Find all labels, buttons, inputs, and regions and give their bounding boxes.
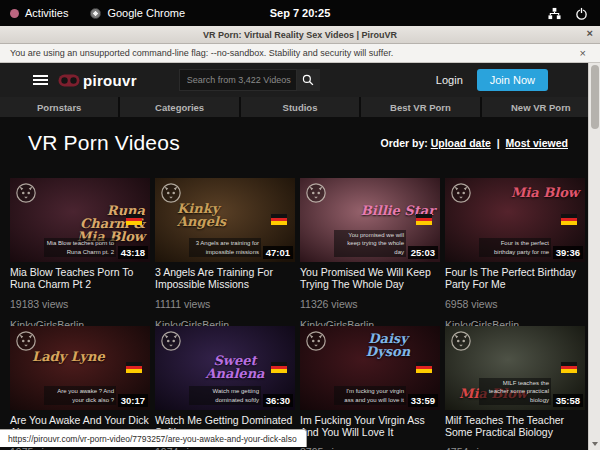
video-views: 4754 views [445, 446, 585, 450]
video-thumbnail[interactable]: Kinky Angels 3 Angels are training for i… [155, 178, 295, 262]
scrollbar[interactable] [588, 63, 600, 450]
scrollbar-thumb[interactable] [591, 65, 599, 129]
video-title[interactable]: Im Fucking Your Virgin Ass And You Will … [300, 415, 440, 439]
video-views: 8795 views [300, 446, 440, 450]
window-titlebar[interactable]: VR Porn: Virtual Reality Sex Videos | Pi… [0, 26, 600, 44]
video-title[interactable]: Four Is The Perfect Birthday Party For M… [445, 267, 585, 291]
studio-cat-watermark-icon [450, 330, 472, 352]
thumbnail-overlay-title: Kinky Angels [177, 202, 257, 228]
video-duration-badge: 36:30 [263, 394, 293, 407]
warning-text: You are using an unsupported command-lin… [0, 48, 393, 58]
video-thumbnail[interactable]: Billie Star You promised we will keep tr… [300, 178, 440, 262]
german-flag-icon [561, 214, 577, 225]
video-card[interactable]: Kinky Angels 3 Angels are training for i… [155, 178, 295, 326]
video-card[interactable]: Mia Blow Four is the perfect birthday pa… [445, 178, 585, 326]
video-duration-badge: 43:18 [118, 246, 148, 259]
video-duration-badge: 25:03 [408, 246, 438, 259]
nav-item-pornstars[interactable]: Pornstars [0, 97, 118, 117]
german-flag-icon [126, 362, 142, 373]
video-thumbnail[interactable]: Daisy Dyson I'm fucking your virgin ass … [300, 326, 440, 410]
chrome-warning-bar: You are using an unsupported command-lin… [0, 44, 600, 63]
status-url: https://pirouvr.com/vr-porn-video/779325… [8, 434, 297, 444]
thumbnail-caption: Four is the perfect birthday party for m… [479, 238, 551, 257]
order-by-label: Order by: [380, 137, 427, 149]
thumbnail-caption: 3 Angels are training for impossible mis… [189, 238, 261, 257]
scrollbar-down-arrow-icon[interactable] [592, 442, 598, 446]
video-thumbnail[interactable]: Sweet Analena Watch me getting dominated… [155, 326, 295, 410]
video-thumbnail[interactable]: Mia Blow MILF teaches the teacher some p… [445, 326, 585, 410]
nav-item-best-vr[interactable]: Best VR Porn [361, 97, 479, 117]
order-separator: | [497, 137, 500, 149]
video-duration-badge: 30:17 [118, 394, 148, 407]
join-now-button[interactable]: Join Now [477, 69, 548, 91]
thumbnail-overlay-title: Mia Blow [511, 186, 579, 199]
order-upload-date-link[interactable]: Upload date [431, 137, 491, 149]
studio-cat-watermark-icon [15, 182, 37, 204]
vr-goggles-icon [58, 74, 80, 87]
video-duration-badge: 33:59 [408, 394, 438, 407]
site-logo[interactable]: pirouvr [58, 72, 137, 89]
video-thumbnail[interactable]: Mia Blow Four is the perfect birthday pa… [445, 178, 585, 262]
nav-item-categories[interactable]: Categories [120, 97, 238, 117]
login-link[interactable]: Login [436, 74, 463, 86]
warning-close-icon[interactable]: × [580, 47, 600, 59]
video-card[interactable]: Mia Blow MILF teaches the teacher some p… [445, 326, 585, 450]
window-title: VR Porn: Virtual Reality Sex Videos | Pi… [203, 30, 397, 40]
nav-item-new-vr[interactable]: New VR Porn [482, 97, 600, 117]
search-input[interactable] [179, 69, 297, 91]
clock[interactable]: Sep 7 20:25 [0, 7, 600, 19]
german-flag-icon [561, 362, 577, 373]
order-by: Order by: Upload date | Most viewed [380, 137, 568, 149]
thumbnail-caption: Are you awake ? And your dick also ? [44, 386, 116, 405]
search-button[interactable] [297, 69, 320, 91]
video-card[interactable]: Daisy Dyson I'm fucking your virgin ass … [300, 326, 440, 450]
screen: Activities Google Chrome Sep 7 20:25 VR … [0, 0, 600, 450]
video-duration-badge: 35:58 [553, 394, 583, 407]
power-icon[interactable] [575, 7, 588, 20]
video-title[interactable]: Mia Blow Teaches Porn To Runa Charm Pt 2 [10, 267, 150, 291]
video-card[interactable]: Billie Star You promised we will keep tr… [300, 178, 440, 326]
german-flag-icon [271, 214, 287, 225]
video-views: 6958 views [445, 298, 585, 310]
studio-cat-watermark-icon [450, 182, 472, 204]
video-grid: Runa Charm & Mia Blow Mia Blow teaches p… [10, 178, 590, 450]
german-flag-icon [416, 362, 432, 373]
german-flag-icon [126, 214, 142, 225]
page-content: VR Porn Videos Order by: Upload date | M… [0, 117, 600, 450]
video-title[interactable]: 3 Angels Are Training For Impossible Mis… [155, 267, 295, 291]
nav-item-studios[interactable]: Studios [241, 97, 359, 117]
video-duration-badge: 47:01 [263, 246, 293, 259]
german-flag-icon [416, 214, 432, 225]
thumbnail-caption: Mia Blow teaches porn to Runa Charm pt. … [44, 238, 116, 257]
video-views: 11326 views [300, 298, 440, 310]
video-title[interactable]: Milf Teaches The Teacher Some Practical … [445, 415, 585, 439]
video-views: 11111 views [155, 298, 295, 310]
link-status-bubble: https://pirouvr.com/vr-porn-video/779325… [0, 429, 307, 447]
network-icon[interactable] [548, 7, 561, 20]
page-title: VR Porn Videos [28, 131, 180, 155]
video-title[interactable]: You Promised We Will Keep Trying The Who… [300, 267, 440, 291]
menu-hamburger-icon[interactable] [33, 73, 48, 87]
thumbnail-caption: MILF teaches the teacher some practical … [479, 378, 551, 405]
site-header: pirouvr Login Join Now [0, 63, 600, 97]
video-duration-badge: 39:36 [553, 246, 583, 259]
thumbnail-caption: You promised we will keep trying the who… [334, 230, 406, 257]
main-nav: Pornstars Categories Studios Best VR Por… [0, 97, 600, 117]
window-close-icon[interactable]: × [587, 27, 593, 39]
video-thumbnail[interactable]: Runa Charm & Mia Blow Mia Blow teaches p… [10, 178, 150, 262]
order-most-viewed-link[interactable]: Most viewed [506, 137, 568, 149]
thumbnail-caption: Watch me getting dominated softly [189, 386, 261, 405]
search-icon [302, 74, 314, 86]
thumbnail-overlay-title: Daisy Dyson [348, 332, 428, 358]
thumbnail-caption: I'm fucking your virgin ass and you will… [334, 386, 406, 405]
studio-cat-watermark-icon [160, 330, 182, 352]
thumbnail-overlay-title: Lady Lyne [32, 350, 105, 363]
logo-text: pirouvr [83, 72, 137, 89]
video-views: 19183 views [10, 298, 150, 310]
thumbnail-overlay-title: Sweet Analena [195, 354, 275, 380]
system-top-bar: Activities Google Chrome Sep 7 20:25 [0, 0, 600, 26]
studio-cat-watermark-icon [305, 330, 327, 352]
german-flag-icon [271, 362, 287, 373]
video-card[interactable]: Runa Charm & Mia Blow Mia Blow teaches p… [10, 178, 150, 326]
video-thumbnail[interactable]: Lady Lyne Are you awake ? And your dick … [10, 326, 150, 410]
